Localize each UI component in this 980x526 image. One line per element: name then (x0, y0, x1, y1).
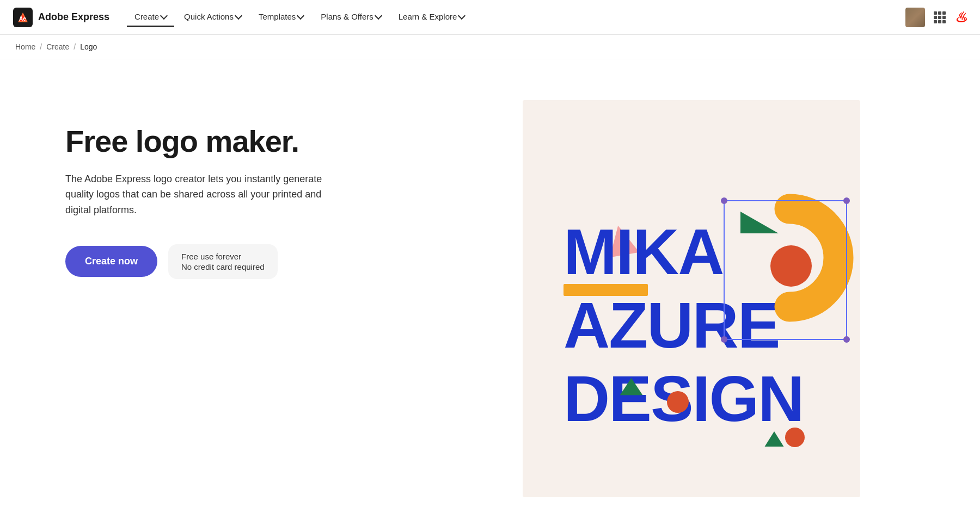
svg-point-12 (721, 197, 727, 204)
apps-grid-icon[interactable] (934, 11, 946, 23)
main-content: Free logo maker. The Adobe Express logo … (0, 59, 980, 526)
chevron-down-icon (160, 11, 168, 19)
logo-preview-card: MIKA AZURE DESIGN (523, 100, 860, 497)
breadcrumb: Home / Create / Logo (0, 35, 980, 59)
navbar: Ae Adobe Express Create Quick Actions Te… (0, 0, 980, 35)
adobe-logo-icon: ♨ (954, 10, 967, 24)
svg-point-19 (785, 428, 805, 447)
breadcrumb-current: Logo (80, 42, 97, 51)
avatar[interactable] (905, 8, 925, 27)
nav-item-templates[interactable]: Templates (251, 8, 311, 27)
svg-point-18 (667, 391, 689, 413)
free-badge: Free use forever No credit card required (168, 244, 278, 279)
hero-subtitle: The Adobe Express logo creator lets you … (65, 171, 348, 218)
breadcrumb-home[interactable]: Home (15, 42, 35, 51)
breadcrumb-create[interactable]: Create (46, 42, 69, 51)
nav-item-learn[interactable]: Learn & Explore (391, 8, 473, 27)
left-panel: Free logo maker. The Adobe Express logo … (0, 59, 414, 312)
chevron-down-icon (458, 11, 465, 19)
breadcrumb-sep-2: / (74, 42, 76, 51)
free-line-2: No credit card required (181, 262, 265, 271)
chevron-down-icon (297, 11, 304, 19)
svg-text:Ae: Ae (19, 16, 26, 22)
svg-text:AZURE: AZURE (564, 289, 779, 361)
cta-row: Create now Free use forever No credit ca… (65, 244, 370, 279)
create-now-button[interactable]: Create now (65, 246, 157, 277)
svg-point-10 (770, 245, 812, 287)
chevron-down-icon (375, 11, 382, 19)
adobe-express-icon: Ae (13, 8, 33, 27)
hero-title: Free logo maker. (65, 125, 370, 158)
brand-name-text: Adobe Express (38, 11, 109, 23)
nav-item-plans[interactable]: Plans & Offers (313, 8, 388, 27)
nav-item-quick-actions[interactable]: Quick Actions (176, 8, 249, 27)
svg-text:MIKA: MIKA (564, 216, 724, 288)
nav-items: Create Quick Actions Templates Plans & O… (127, 8, 905, 27)
free-line-1: Free use forever (181, 252, 265, 261)
navbar-right: ♨ (905, 8, 967, 27)
svg-point-13 (843, 197, 850, 204)
brand-logo[interactable]: Ae Adobe Express (13, 8, 109, 27)
chevron-down-icon (235, 11, 242, 19)
nav-item-create[interactable]: Create (127, 8, 174, 27)
breadcrumb-sep-1: / (40, 42, 42, 51)
svg-point-15 (843, 336, 850, 343)
right-panel: MIKA AZURE DESIGN (414, 59, 980, 526)
logo-preview-svg: MIKA AZURE DESIGN (523, 100, 860, 497)
svg-point-14 (721, 336, 727, 343)
svg-rect-8 (564, 284, 648, 296)
